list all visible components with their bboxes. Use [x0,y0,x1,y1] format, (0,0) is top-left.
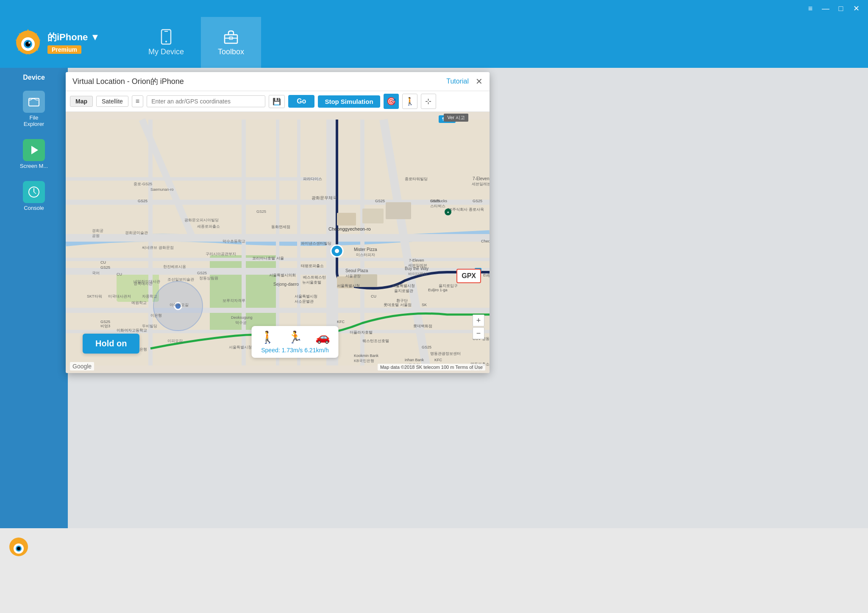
svg-text:명동파출소: 명동파출소 [470,362,490,366]
svg-text:이화여자고등학교: 이화여자고등학교 [117,328,147,332]
screen-mirror-icon [23,139,45,161]
bottom-area [0,528,868,613]
tab-my-device[interactable]: My Device [131,17,201,68]
hold-on-btn[interactable]: Hold on [83,334,139,354]
svg-text:KB국민은행: KB국민은행 [354,359,374,363]
drive-icon[interactable]: 🚗 [315,330,330,344]
sidebar-item-file-explorer[interactable]: FileExplorer [0,86,68,131]
svg-text:자중학교: 자중학교 [142,294,157,298]
close-window-btn[interactable]: ✕ [851,5,861,12]
svg-text:광화문오피시아빌딩: 광화문오피시아빌딩 [184,218,219,222]
speed-value: 1.73m/s 6.21km/h [281,347,328,354]
svg-text:동화면세점: 동화면세점 [271,225,290,229]
device-icon [158,29,174,45]
svg-text:경희궁: 경희궁 [92,228,103,233]
coord-input[interactable] [147,95,265,107]
map-btn[interactable]: Map [70,96,93,107]
svg-rect-39 [337,213,356,226]
map-area[interactable]: 광화문우체국 Cheonggyecheon-ro Mister Pizza 미스… [66,112,490,373]
svg-text:롯데호텔 서울점: 롯데호텔 서울점 [384,303,412,307]
device-name[interactable]: 的iPhone ▼ [47,31,100,44]
minimize-btn[interactable]: — [821,5,831,12]
app-logo [13,27,43,58]
svg-point-36 [335,249,339,253]
svg-text:아이피모길: 아이피모길 [170,303,189,307]
toolbox-icon [223,29,239,45]
map-titlebar-right: Tutorial ✕ [446,77,483,86]
walk-icon[interactable]: 🚶 [260,330,275,344]
speed-text: Speed: 1.73m/s 6.21km/h [261,347,329,354]
map-mode-btn[interactable]: ⊹ [421,94,436,109]
svg-text:Saemunan-ro: Saemunan-ro [150,187,174,192]
svg-text:태평로파출소: 태평로파출소 [301,264,324,268]
location-target-btn[interactable]: 🎯 [384,94,399,109]
gpx-box[interactable]: GPX [456,269,481,283]
svg-text:세종로파출소: 세종로파출소 [197,224,220,228]
svg-text:서울특별시청: 서울특별시청 [229,345,252,349]
svg-text:예원학교: 예원학교 [131,301,147,305]
tab-toolbox[interactable]: Toolbox [201,17,261,68]
svg-text:Cheonggyech...: Cheonggyech... [481,239,490,243]
svg-text:구리시아공관부지: 구리시아공관부지 [206,252,236,256]
map-title: Virtual Location - Orion的 iPhone [72,76,184,86]
title-bar: ≡ — □ ✕ [0,0,868,17]
svg-text:영국대사관: 영국대사관 [134,281,153,286]
svg-text:SK주식회사 종로사옥: SK주식회사 종로사옥 [447,207,484,212]
console-icon [23,181,45,203]
svg-text:KFC: KFC [337,320,345,324]
svg-text:뉴서울호텔: 뉴서울호텔 [302,280,321,284]
svg-text:미스터피자: 미스터피자 [356,253,375,257]
satellite-btn[interactable]: Satellite [96,96,128,107]
svg-text:inhan Bank: inhan Bank [405,358,424,362]
nav-tabs: My Device Toolbox [131,17,261,68]
stop-simulation-btn[interactable]: Stop Simulation [318,95,380,108]
svg-text:베스트웨스턴: 베스트웨스턴 [303,275,326,279]
sidebar-item-console[interactable]: Console [0,177,68,215]
menu-btn[interactable]: ≡ [805,5,815,12]
screen-mirror-label: Screen M... [20,163,48,169]
svg-text:롯데백화점: 롯데백화점 [413,324,432,328]
walk-mode-btn[interactable]: 🚶 [402,94,417,109]
svg-text:코리아나호텔 서울: 코리아나호텔 서울 [252,256,284,260]
map-window: Virtual Location - Orion的 iPhone Tutoria… [66,72,490,373]
save-btn[interactable]: 💾 [269,95,285,108]
maximize-btn[interactable]: □ [836,5,846,12]
svg-rect-40 [362,209,384,223]
svg-text:공원: 공원 [92,234,100,238]
svg-text:국어: 국어 [92,271,100,275]
bottom-logo-icon [8,537,29,557]
svg-text:미국대사관저: 미국대사관저 [108,294,131,298]
svg-line-16 [34,192,36,194]
tutorial-link[interactable]: Tutorial [446,78,469,85]
sidebar-item-screen-mirror[interactable]: Screen M... [0,135,68,173]
svg-text:Cheonggyecheon-ro: Cheonggyecheon-ro [328,226,371,231]
svg-text:조선일보미술관: 조선일보미술관 [167,277,194,281]
svg-text:환구단: 환구단 [396,298,408,303]
go-btn[interactable]: Go [288,95,314,108]
svg-text:신한은행: 신한은행 [405,363,420,367]
run-icon[interactable]: 🏃 [288,330,303,344]
svg-marker-13 [31,146,38,154]
svg-text:씨네큐브 광화문점: 씨네큐브 광화문점 [142,245,174,250]
svg-text:명동관광정보센터: 명동관광정보센터 [430,351,461,356]
tab-toolbox-label: Toolbox [218,47,244,56]
sidebar-device-label: Device [0,72,68,83]
zoom-out-btn[interactable]: − [473,327,484,339]
svg-text:서울특별시청: 서울특별시청 [337,284,360,288]
zoom-in-btn[interactable]: + [473,315,484,326]
svg-rect-12 [29,98,39,106]
version-badge: Ver 시고 [444,114,468,122]
svg-text:CU: CU [100,260,106,265]
svg-text:파라다이스: 파라다이스 [303,177,322,181]
svg-text:Kookmin Bank: Kookmin Bank [354,354,379,358]
file-explorer-icon [23,91,45,113]
svg-text:GS25: GS25 [197,271,207,275]
svg-text:바이더웨이: 바이더웨이 [408,272,427,276]
map-close-btn[interactable]: ✕ [476,77,483,86]
svg-text:을지로별관: 을지로별관 [394,289,413,293]
console-label: Console [24,205,44,211]
tab-my-device-label: My Device [148,47,184,56]
list-icon-btn[interactable]: ≡ [132,95,143,107]
svg-text:이은행: 이은행 [150,313,162,318]
svg-point-8 [165,41,167,42]
